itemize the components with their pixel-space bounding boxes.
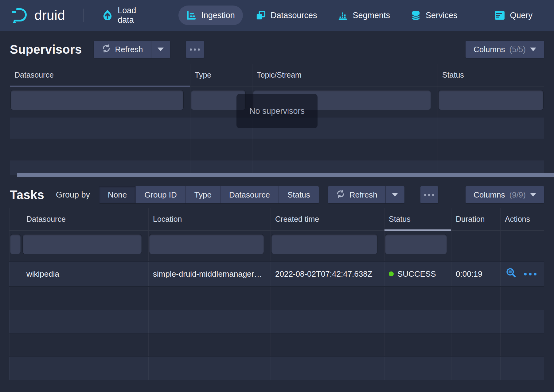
group-by-none-button[interactable]: None bbox=[99, 186, 136, 203]
tasks-refresh-split-button: Refresh bbox=[328, 186, 404, 203]
segments-icon bbox=[338, 10, 348, 20]
druid-console: druid Load data bbox=[0, 0, 554, 392]
column-header-type[interactable]: Type bbox=[190, 64, 252, 86]
column-header-actions[interactable]: Actions bbox=[501, 208, 544, 230]
filter-input-datasource[interactable] bbox=[23, 234, 142, 254]
refresh-label: Refresh bbox=[115, 45, 143, 54]
group-by-datasource-button[interactable]: Datasource bbox=[220, 186, 279, 203]
refresh-dropdown-button[interactable] bbox=[151, 41, 170, 58]
group-by-type-button[interactable]: Type bbox=[186, 186, 220, 203]
supervisors-more-button[interactable] bbox=[186, 41, 204, 58]
services-icon bbox=[411, 10, 421, 21]
filter-input-blank[interactable] bbox=[10, 234, 21, 254]
columns-count: (9/9) bbox=[509, 190, 526, 200]
column-header-datasource[interactable]: Datasource bbox=[22, 208, 149, 230]
filter-input-status[interactable] bbox=[385, 234, 447, 254]
supervisors-columns-button[interactable]: Columns (5/5) bbox=[466, 41, 544, 58]
columns-label: Columns bbox=[474, 190, 505, 200]
supervisors-toolbar: Supervisors Refresh bbox=[10, 31, 544, 60]
empty-table-row bbox=[10, 139, 544, 160]
nav-item-segments[interactable]: Segments bbox=[330, 6, 398, 25]
column-header-created-time[interactable]: Created time bbox=[271, 208, 384, 230]
column-header-datasource[interactable]: Datasource bbox=[10, 64, 190, 86]
ingestion-icon bbox=[186, 10, 196, 20]
empty-table-row bbox=[9, 333, 544, 356]
filter-input-created-time[interactable] bbox=[271, 234, 377, 254]
view-logs-icon[interactable] bbox=[506, 268, 517, 280]
nav-divider bbox=[84, 9, 84, 22]
caret-down-icon bbox=[392, 193, 398, 197]
upload-icon bbox=[102, 10, 113, 21]
nav-label: Datasources bbox=[271, 11, 317, 20]
empty-message: No supervisors bbox=[249, 106, 305, 116]
task-actions bbox=[501, 262, 544, 286]
task-duration: 0:00:19 bbox=[451, 262, 501, 286]
status-text: SUCCESS bbox=[397, 269, 436, 279]
filter-input-location[interactable] bbox=[149, 234, 264, 254]
group-by-status-button[interactable]: Status bbox=[279, 186, 319, 203]
column-header-duration[interactable]: Duration bbox=[451, 208, 501, 230]
logo-text: druid bbox=[34, 8, 65, 23]
tasks-title: Tasks bbox=[10, 188, 44, 202]
nav-label: Services bbox=[426, 11, 458, 20]
nav-item-load-data[interactable]: Load data bbox=[94, 1, 157, 30]
caret-down-icon bbox=[530, 48, 536, 51]
druid-logo[interactable]: druid bbox=[11, 7, 65, 24]
refresh-button[interactable]: Refresh bbox=[328, 186, 385, 203]
tasks-header-row: Datasource Location Created time Status … bbox=[9, 208, 544, 231]
column-header-topic-stream[interactable]: Topic/Stream bbox=[252, 64, 438, 86]
group-by-group-id-button[interactable]: Group ID bbox=[136, 186, 186, 203]
supervisors-refresh-split-button: Refresh bbox=[94, 41, 170, 58]
tasks-columns-button[interactable]: Columns (9/9) bbox=[466, 186, 544, 203]
nav-label: Load data bbox=[118, 6, 149, 25]
task-location: simple-druid-middlemanager… bbox=[149, 262, 271, 286]
tasks-filter-row bbox=[9, 231, 544, 261]
refresh-label: Refresh bbox=[349, 190, 377, 200]
top-navbar: druid Load data bbox=[0, 0, 554, 31]
task-row-wikipedia[interactable]: wikipedia simple-druid-middlemanager… 20… bbox=[9, 261, 544, 286]
row-more-actions-icon[interactable] bbox=[524, 273, 536, 275]
more-ellipsis-icon bbox=[190, 48, 192, 51]
refresh-icon bbox=[336, 189, 345, 201]
nav-label: Segments bbox=[353, 11, 390, 20]
empty-table-row bbox=[10, 160, 544, 175]
group-by-label: Group by bbox=[56, 190, 90, 200]
tasks-more-button[interactable] bbox=[420, 186, 438, 203]
columns-count: (5/5) bbox=[509, 45, 526, 54]
empty-table-row bbox=[9, 356, 544, 380]
column-header-location[interactable]: Location bbox=[149, 208, 271, 230]
group-by-segmented-control: None Group ID Type Datasource Status bbox=[99, 186, 319, 203]
columns-label: Columns bbox=[474, 45, 505, 54]
column-header-status[interactable]: Status bbox=[384, 208, 451, 230]
empty-table-row bbox=[9, 310, 544, 333]
more-ellipsis-icon bbox=[424, 194, 426, 196]
nav-divider bbox=[476, 9, 476, 22]
nav-item-query[interactable]: Query bbox=[486, 6, 540, 25]
task-created-time: 2022-08-02T07:42:47.638Z bbox=[271, 262, 384, 286]
horizontal-scrollbar[interactable] bbox=[17, 173, 554, 177]
refresh-dropdown-button[interactable] bbox=[385, 186, 404, 203]
nav-label: Query bbox=[510, 11, 533, 20]
filter-input-datasource[interactable] bbox=[11, 90, 183, 110]
task-status: SUCCESS bbox=[384, 262, 451, 286]
filter-input-status[interactable] bbox=[439, 90, 543, 110]
tasks-toolbar: Tasks Group by None Group ID Type Dataso… bbox=[10, 177, 544, 205]
supervisors-section: Supervisors Refresh bbox=[0, 31, 554, 177]
nav-divider bbox=[168, 9, 168, 22]
no-supervisors-overlay: No supervisors bbox=[236, 94, 318, 128]
nav-item-services[interactable]: Services bbox=[403, 5, 466, 25]
caret-down-icon bbox=[158, 48, 164, 51]
supervisors-header-row: Datasource Type Topic/Stream Status bbox=[10, 64, 544, 86]
column-header-status[interactable]: Status bbox=[438, 64, 544, 86]
refresh-button[interactable]: Refresh bbox=[94, 41, 151, 58]
task-datasource: wikipedia bbox=[22, 262, 149, 286]
supervisors-table: Datasource Type Topic/Stream Status bbox=[10, 64, 544, 175]
nav-item-datasources[interactable]: Datasources bbox=[248, 6, 325, 25]
datasources-icon bbox=[256, 10, 266, 20]
column-header-blank bbox=[9, 208, 22, 230]
empty-table-row bbox=[9, 286, 544, 310]
nav-item-ingestion[interactable]: Ingestion bbox=[178, 6, 243, 25]
tasks-section: Tasks Group by None Group ID Type Dataso… bbox=[0, 177, 554, 380]
query-icon bbox=[494, 11, 505, 20]
nav-label: Ingestion bbox=[201, 11, 235, 20]
